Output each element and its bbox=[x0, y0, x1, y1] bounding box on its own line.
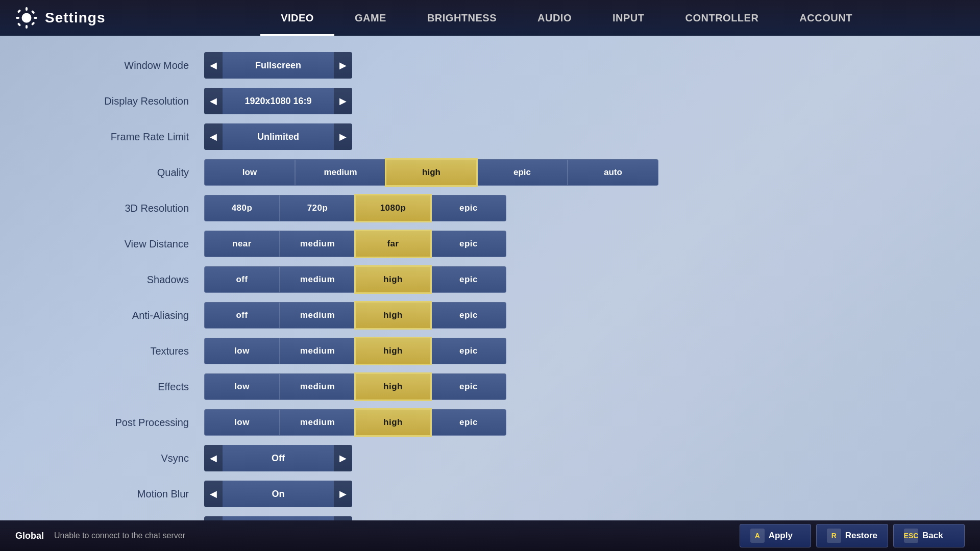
window-mode-next[interactable]: ▶ bbox=[334, 52, 352, 79]
anti-aliasing-row: Anti-Aliasing off medium high epic bbox=[41, 301, 939, 330]
tab-controller[interactable]: Controller bbox=[665, 0, 779, 36]
resolution-480p-btn[interactable]: 480p bbox=[204, 195, 280, 221]
effects-medium-btn[interactable]: medium bbox=[280, 373, 355, 400]
svg-rect-1 bbox=[26, 7, 28, 11]
apply-key-badge: A bbox=[750, 529, 765, 543]
svg-point-10 bbox=[24, 15, 29, 20]
content: Window Mode ◀ Fullscreen ▶ Display Resol… bbox=[0, 36, 980, 551]
display-resolution-value: 980x551 16:9 bbox=[223, 96, 334, 107]
nav-tabs: Video Game Brightness Audio Input Contro… bbox=[153, 0, 980, 36]
frame-rate-limit-value: Unlimited bbox=[223, 132, 334, 142]
resolution-epic-btn[interactable]: epic bbox=[431, 195, 506, 221]
view-distance-label: View Distance bbox=[41, 238, 204, 250]
display-resolution-row: Display Resolution ◀ 980x551 16:9 ▶ bbox=[41, 87, 939, 115]
view-distance-row: View Distance near medium far epic bbox=[41, 230, 939, 258]
settings-title: Settings bbox=[45, 10, 105, 26]
motion-blur-value: On bbox=[223, 489, 334, 499]
tab-account[interactable]: Account bbox=[779, 0, 873, 36]
post-processing-epic-btn[interactable]: epic bbox=[431, 409, 506, 436]
tab-video[interactable]: Video bbox=[260, 0, 334, 36]
svg-rect-5 bbox=[17, 9, 21, 13]
apply-label: Apply bbox=[769, 531, 793, 541]
textures-high-btn[interactable]: high bbox=[355, 338, 431, 364]
svg-rect-8 bbox=[31, 21, 35, 26]
motion-blur-selector: ◀ On ▶ bbox=[204, 481, 352, 507]
anti-aliasing-off-btn[interactable]: off bbox=[204, 302, 280, 329]
display-resolution-selector: ◀ 980x551 16:9 ▶ bbox=[204, 88, 352, 114]
window-mode-row: Window Mode ◀ Fullscreen ▶ bbox=[41, 51, 939, 80]
effects-row: Effects low medium high epic bbox=[41, 372, 939, 401]
gear-icon bbox=[15, 7, 38, 29]
textures-label: Textures bbox=[41, 345, 204, 357]
tab-input[interactable]: Input bbox=[592, 0, 665, 36]
effects-epic-btn[interactable]: epic bbox=[431, 373, 506, 400]
vsync-next[interactable]: ▶ bbox=[334, 445, 352, 471]
display-resolution-prev[interactable]: ◀ bbox=[204, 88, 223, 114]
anti-aliasing-medium-btn[interactable]: medium bbox=[280, 302, 355, 329]
restore-button[interactable]: R Restore bbox=[816, 524, 888, 547]
window-mode-prev[interactable]: ◀ bbox=[204, 52, 223, 79]
textures-epic-btn[interactable]: epic bbox=[431, 338, 506, 364]
logo-area: Settings bbox=[0, 7, 153, 29]
shadows-medium-btn[interactable]: medium bbox=[280, 266, 355, 293]
display-resolution-next[interactable]: ▶ bbox=[334, 88, 352, 114]
effects-low-btn[interactable]: low bbox=[204, 373, 280, 400]
anti-aliasing-epic-btn[interactable]: epic bbox=[431, 302, 506, 329]
anti-aliasing-label: Anti-Aliasing bbox=[41, 310, 204, 321]
svg-rect-6 bbox=[31, 10, 35, 14]
view-distance-epic-btn[interactable]: epic bbox=[431, 231, 506, 257]
quality-row: Quality low medium high epic auto bbox=[41, 158, 939, 187]
back-button[interactable]: ESC Back bbox=[893, 524, 965, 547]
post-processing-medium-btn[interactable]: medium bbox=[280, 409, 355, 436]
effects-high-btn[interactable]: high bbox=[355, 373, 431, 400]
effects-btn-group: low medium high epic bbox=[204, 373, 506, 400]
post-processing-high-btn[interactable]: high bbox=[355, 409, 431, 436]
vsync-value: Off bbox=[223, 453, 334, 464]
motion-blur-next[interactable]: ▶ bbox=[334, 481, 352, 507]
frame-rate-limit-row: Frame Rate Limit ◀ Unlimited ▶ bbox=[41, 122, 939, 151]
header: Settings Video Game Brightness Audio Inp… bbox=[0, 0, 980, 36]
apply-button[interactable]: A Apply bbox=[740, 524, 811, 547]
motion-blur-prev[interactable]: ◀ bbox=[204, 481, 223, 507]
shadows-off-btn[interactable]: off bbox=[204, 266, 280, 293]
footer: Global Unable to connect to the chat ser… bbox=[0, 520, 980, 551]
quality-btn-group: low medium high epic auto bbox=[204, 159, 658, 186]
vsync-row: Vsync ◀ Off ▶ bbox=[41, 444, 939, 472]
frame-rate-limit-next[interactable]: ▶ bbox=[334, 123, 352, 150]
motion-blur-row: Motion Blur ◀ On ▶ bbox=[41, 480, 939, 508]
quality-epic-btn[interactable]: epic bbox=[477, 159, 568, 186]
quality-medium-btn[interactable]: medium bbox=[295, 159, 386, 186]
textures-row: Textures low medium high epic bbox=[41, 337, 939, 365]
window-mode-selector: ◀ Fullscreen ▶ bbox=[204, 52, 352, 79]
window-mode-value: Fullscreen bbox=[223, 60, 334, 71]
resolution-3d-btn-group: 480p 720p 1080p epic bbox=[204, 195, 506, 221]
svg-rect-7 bbox=[17, 22, 21, 27]
resolution-1080p-btn[interactable]: 1080p bbox=[355, 195, 431, 221]
frame-rate-limit-prev[interactable]: ◀ bbox=[204, 123, 223, 150]
back-key-badge: ESC bbox=[904, 529, 918, 543]
view-distance-far-btn[interactable]: far bbox=[355, 231, 431, 257]
post-processing-btn-group: low medium high epic bbox=[204, 409, 506, 436]
footer-buttons: A Apply R Restore ESC Back bbox=[740, 524, 965, 547]
tab-brightness[interactable]: Brightness bbox=[407, 0, 517, 36]
quality-low-btn[interactable]: low bbox=[204, 159, 295, 186]
restore-key-badge: R bbox=[827, 529, 841, 543]
tab-audio[interactable]: Audio bbox=[517, 0, 592, 36]
tab-game[interactable]: Game bbox=[334, 0, 407, 36]
quality-auto-btn[interactable]: auto bbox=[568, 159, 658, 186]
quality-high-btn[interactable]: high bbox=[386, 159, 477, 186]
textures-medium-btn[interactable]: medium bbox=[280, 338, 355, 364]
footer-status: Unable to connect to the chat server bbox=[54, 531, 185, 540]
svg-rect-3 bbox=[16, 17, 19, 19]
shadows-btn-group: off medium high epic bbox=[204, 266, 506, 293]
textures-low-btn[interactable]: low bbox=[204, 338, 280, 364]
shadows-high-btn[interactable]: high bbox=[355, 266, 431, 293]
post-processing-low-btn[interactable]: low bbox=[204, 409, 280, 436]
vsync-prev[interactable]: ◀ bbox=[204, 445, 223, 471]
view-distance-near-btn[interactable]: near bbox=[204, 231, 280, 257]
anti-aliasing-high-btn[interactable]: high bbox=[355, 302, 431, 329]
resolution-720p-btn[interactable]: 720p bbox=[280, 195, 355, 221]
display-resolution-label: Display Resolution bbox=[41, 95, 204, 107]
view-distance-medium-btn[interactable]: medium bbox=[280, 231, 355, 257]
shadows-epic-btn[interactable]: epic bbox=[431, 266, 506, 293]
